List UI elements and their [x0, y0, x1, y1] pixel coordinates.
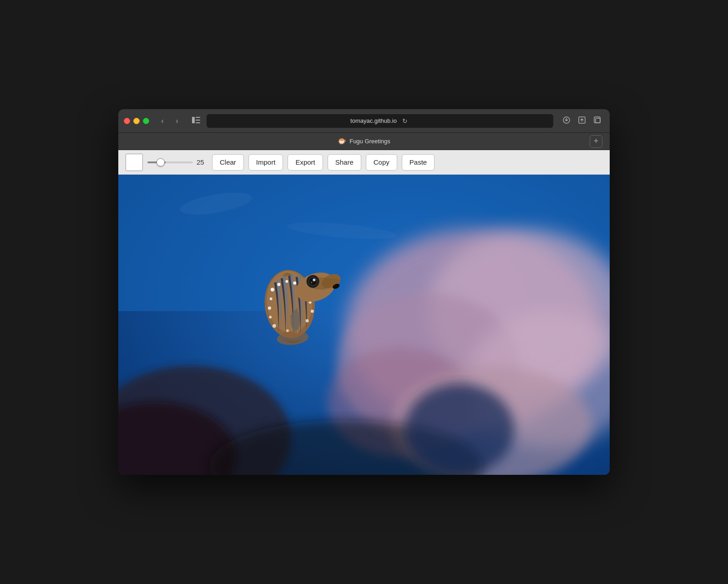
brush-size-container: 25	[147, 158, 207, 166]
app-toolbar: 25 Clear Import Export Share Copy Paste	[118, 150, 610, 175]
close-button[interactable]	[124, 118, 130, 124]
brush-size-slider[interactable]	[147, 161, 193, 163]
svg-rect-0	[192, 117, 195, 123]
back-button[interactable]: ‹	[156, 114, 169, 128]
share-canvas-button[interactable]: Share	[328, 154, 361, 171]
svg-rect-6	[594, 117, 600, 123]
export-label: Export	[295, 158, 315, 166]
share-canvas-label: Share	[335, 158, 354, 166]
canvas-area[interactable]	[118, 175, 610, 475]
tab-bar: 🐡 Fugu Greetings +	[118, 133, 610, 150]
sidebar-icon	[192, 117, 200, 125]
plus-icon: +	[594, 136, 599, 146]
tabs-icon	[594, 116, 601, 125]
forward-icon: ›	[176, 117, 178, 125]
tab-title-text: Fugu Greetings	[349, 138, 390, 145]
svg-rect-1	[196, 117, 200, 118]
fugu-emoji: 🐡	[338, 137, 347, 146]
address-bar[interactable]: tomayac.github.io ↻	[207, 114, 553, 128]
clear-button[interactable]: Clear	[212, 154, 244, 171]
share-button[interactable]	[575, 114, 589, 128]
copy-label: Copy	[374, 158, 389, 166]
paste-button[interactable]: Paste	[402, 154, 435, 171]
url-text: tomayac.github.io	[350, 117, 397, 124]
tab-title: 🐡 Fugu Greetings	[338, 137, 390, 146]
svg-rect-3	[196, 122, 200, 123]
color-swatch[interactable]	[126, 154, 143, 171]
download-button[interactable]	[560, 114, 573, 128]
title-bar: ‹ › tomayac.github.io ↻	[118, 109, 610, 133]
paste-label: Paste	[410, 158, 427, 166]
forward-button[interactable]: ›	[170, 114, 184, 128]
nav-buttons: ‹ ›	[156, 114, 184, 128]
svg-point-19	[405, 384, 514, 475]
maximize-button[interactable]	[143, 118, 149, 124]
minimize-button[interactable]	[133, 118, 140, 124]
svg-rect-7	[596, 118, 600, 123]
download-icon	[563, 116, 570, 125]
browser-window: ‹ › tomayac.github.io ↻	[118, 109, 610, 475]
sidebar-toggle-button[interactable]	[189, 114, 203, 128]
export-button[interactable]: Export	[288, 154, 323, 171]
import-label: Import	[256, 158, 276, 166]
fish-scene-svg	[118, 175, 610, 475]
new-tab-button[interactable]: +	[590, 135, 602, 148]
clear-label: Clear	[220, 158, 236, 166]
share-icon	[578, 116, 586, 125]
tabs-button[interactable]	[591, 114, 604, 128]
refresh-button[interactable]: ↻	[400, 116, 410, 126]
back-icon: ‹	[161, 117, 163, 125]
browser-toolbar-right	[560, 114, 604, 128]
svg-rect-2	[196, 120, 200, 121]
refresh-icon: ↻	[402, 117, 408, 125]
brush-size-value: 25	[197, 158, 207, 166]
traffic-lights	[124, 118, 149, 124]
copy-button[interactable]: Copy	[366, 154, 397, 171]
import-button[interactable]: Import	[248, 154, 283, 171]
